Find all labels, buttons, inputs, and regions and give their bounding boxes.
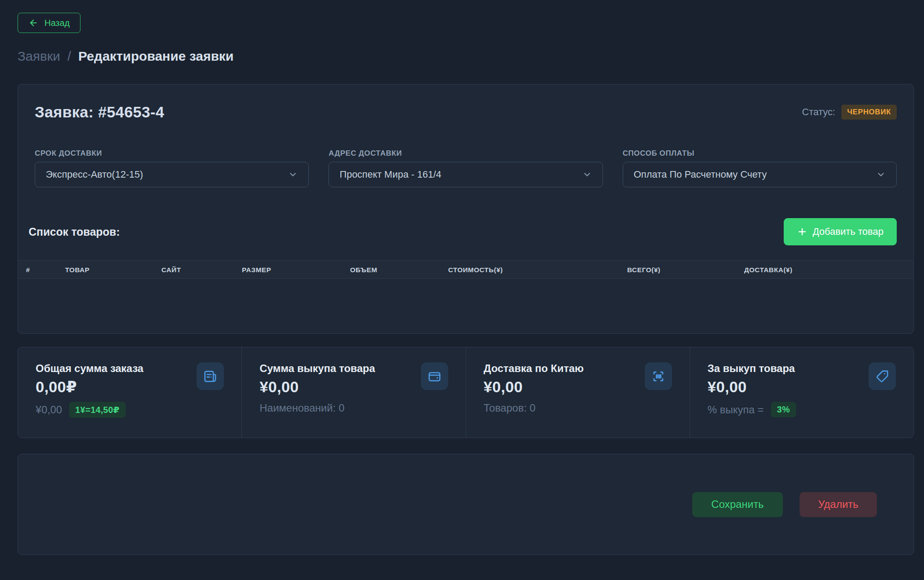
- save-button[interactable]: Сохранить: [692, 492, 783, 517]
- tag-icon: [869, 362, 896, 390]
- actions-card: Сохранить Удалить: [18, 454, 914, 555]
- delivery-address-label: АДРЕС ДОСТАВКИ: [329, 149, 603, 158]
- tile-title: Доставка по Китаю: [484, 362, 672, 375]
- purchase-percent-badge: 3%: [771, 402, 796, 417]
- order-title-row: Заявка: #54653-4 Статус: ЧЕРНОВИК: [35, 103, 897, 121]
- tile-value: ¥0,00: [259, 378, 448, 396]
- tile-title: За выкуп товара: [708, 362, 896, 375]
- field-payment-method: СПОСОБ ОПЛАТЫ Оплата По Расчетному Счету: [623, 149, 897, 187]
- column-header-site: САЙТ: [161, 261, 181, 279]
- wallet-icon: [421, 362, 448, 390]
- tile-sub-text: Товаров: 0: [484, 402, 536, 414]
- status-badge: ЧЕРНОВИК: [841, 105, 897, 120]
- summary-card: Общая сумма заказа 0,00₽ ¥0,00 1¥=14,50₽…: [18, 347, 914, 438]
- status-label: Статус:: [802, 106, 836, 118]
- delete-button[interactable]: Удалить: [800, 492, 877, 517]
- column-header-volume: ОБЪЕМ: [350, 261, 377, 279]
- products-table-header: # ТОВАР САЙТ РАЗМЕР ОБЪЕМ СТОИМОСТЬ(¥) В…: [18, 260, 913, 279]
- arrow-left-icon: [29, 18, 38, 28]
- tile-value: ¥0,00: [484, 378, 672, 396]
- add-product-button[interactable]: Добавить товар: [784, 218, 897, 245]
- tile-sub-text: ¥0,00: [36, 404, 62, 416]
- column-header-cost: СТОИМОСТЬ(¥): [448, 261, 503, 279]
- add-product-label: Добавить товар: [813, 226, 884, 237]
- tile-subrow: % выкупа = 3%: [708, 402, 896, 417]
- payment-method-value: Оплата По Расчетному Счету: [634, 169, 767, 180]
- receipt-icon: [197, 362, 224, 390]
- tile-sub-text: Наименований: 0: [259, 402, 344, 414]
- delivery-term-label: СРОК ДОСТАВКИ: [35, 149, 309, 158]
- order-title: Заявка: #54653-4: [35, 103, 164, 121]
- order-card: Заявка: #54653-4 Статус: ЧЕРНОВИК СРОК Д…: [18, 84, 914, 334]
- summary-tile-purchase-sum: Сумма выкупа товара ¥0,00 Наименований: …: [241, 347, 465, 438]
- back-button[interactable]: Назад: [18, 13, 80, 33]
- tile-value: ¥0,00: [708, 378, 896, 396]
- tile-subrow: Товаров: 0: [484, 402, 672, 414]
- column-header-number: #: [26, 261, 30, 279]
- barcode-icon: [645, 362, 672, 390]
- field-delivery-term: СРОК ДОСТАВКИ Экспресс-Авто(12-15): [35, 149, 309, 187]
- breadcrumb: Заявки / Редактирование заявки: [18, 49, 914, 64]
- summary-tile-purchase-fee: За выкуп товара ¥0,00 % выкупа = 3%: [690, 347, 913, 438]
- tile-subrow: Наименований: 0: [259, 402, 448, 414]
- breadcrumb-current: Редактирование заявки: [78, 49, 234, 63]
- products-table-empty-body: [35, 279, 897, 310]
- tile-title: Общая сумма заказа: [36, 362, 224, 375]
- payment-method-select[interactable]: Оплата По Расчетному Счету: [623, 162, 897, 187]
- product-list-title: Список товаров:: [29, 226, 120, 238]
- breadcrumb-parent[interactable]: Заявки: [18, 49, 60, 63]
- tile-title: Сумма выкупа товара: [259, 362, 448, 375]
- delivery-address-select[interactable]: Проспект Мира - 161/4: [329, 162, 603, 187]
- summary-tile-china-delivery: Доставка по Китаю ¥0,00 Товаров: 0: [466, 347, 690, 438]
- chevron-down-icon: [582, 170, 592, 179]
- field-delivery-address: АДРЕС ДОСТАВКИ Проспект Мира - 161/4: [329, 149, 603, 187]
- tile-sub-text: % выкупа =: [708, 404, 764, 416]
- column-header-delivery: ДОСТАВКА(¥): [744, 261, 793, 279]
- delivery-term-value: Экспресс-Авто(12-15): [46, 169, 143, 180]
- order-edit-page: Назад Заявки / Редактирование заявки Зая…: [0, 0, 924, 555]
- product-list-row: Список товаров: Добавить товар: [35, 218, 897, 245]
- chevron-down-icon: [876, 170, 886, 179]
- exchange-rate-badge: 1¥=14,50₽: [69, 402, 126, 418]
- payment-method-label: СПОСОБ ОПЛАТЫ: [623, 149, 897, 158]
- plus-icon: [797, 226, 807, 237]
- chevron-down-icon: [288, 170, 298, 179]
- delivery-term-select[interactable]: Экспресс-Авто(12-15): [35, 162, 309, 187]
- column-header-product: ТОВАР: [65, 261, 90, 279]
- tile-subrow: ¥0,00 1¥=14,50₽: [36, 402, 224, 418]
- summary-tile-order-total: Общая сумма заказа 0,00₽ ¥0,00 1¥=14,50₽: [18, 347, 241, 438]
- order-fields: СРОК ДОСТАВКИ Экспресс-Авто(12-15) АДРЕС…: [35, 149, 897, 187]
- breadcrumb-separator: /: [67, 49, 71, 63]
- status-wrap: Статус: ЧЕРНОВИК: [802, 105, 897, 120]
- delivery-address-value: Проспект Мира - 161/4: [340, 169, 441, 180]
- tile-value: 0,00₽: [36, 378, 224, 396]
- column-header-total: ВСЕГО(¥): [627, 261, 661, 279]
- column-header-size: РАЗМЕР: [242, 261, 271, 279]
- back-button-label: Назад: [44, 18, 69, 28]
